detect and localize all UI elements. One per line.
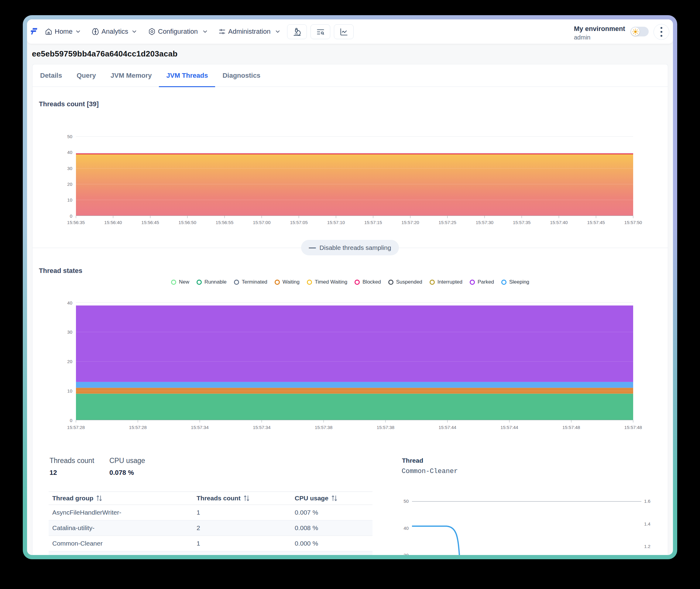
svg-text:15:57:10: 15:57:10 — [327, 220, 345, 225]
svg-text:15:57:48: 15:57:48 — [562, 425, 580, 430]
svg-text:15:56:35: 15:56:35 — [67, 220, 85, 225]
svg-text:0: 0 — [70, 418, 72, 423]
svg-text:15:57:25: 15:57:25 — [438, 220, 456, 225]
svg-text:15:57:28: 15:57:28 — [129, 425, 147, 430]
svg-text:15:56:50: 15:56:50 — [179, 220, 196, 225]
svg-text:15:57:28: 15:57:28 — [67, 425, 85, 430]
svg-text:15:57:50: 15:57:50 — [624, 220, 642, 225]
svg-text:15:57:15: 15:57:15 — [364, 220, 382, 225]
svg-text:15:57:38: 15:57:38 — [377, 425, 394, 430]
svg-text:15:56:40: 15:56:40 — [104, 220, 122, 225]
svg-text:10: 10 — [67, 388, 72, 393]
svg-text:15:57:20: 15:57:20 — [401, 220, 419, 225]
svg-text:15:57:38: 15:57:38 — [315, 425, 332, 430]
svg-text:40: 40 — [67, 150, 72, 155]
svg-text:15:57:05: 15:57:05 — [290, 220, 307, 225]
svg-text:20: 20 — [67, 182, 72, 187]
svg-text:10: 10 — [67, 197, 72, 202]
svg-text:15:57:44: 15:57:44 — [438, 425, 456, 430]
svg-text:40: 40 — [404, 526, 409, 531]
svg-text:15:57:30: 15:57:30 — [476, 220, 494, 225]
svg-text:20: 20 — [67, 359, 72, 364]
svg-text:15:57:40: 15:57:40 — [550, 220, 568, 225]
svg-text:15:57:48: 15:57:48 — [624, 425, 642, 430]
svg-text:15:57:35: 15:57:35 — [513, 220, 531, 225]
svg-text:50: 50 — [67, 134, 72, 139]
svg-text:1.6: 1.6 — [644, 499, 651, 504]
svg-text:40: 40 — [67, 300, 72, 306]
svg-text:15:56:45: 15:56:45 — [141, 220, 159, 225]
svg-text:15:57:34: 15:57:34 — [253, 425, 270, 430]
svg-text:0: 0 — [70, 213, 72, 219]
svg-text:15:56:55: 15:56:55 — [216, 220, 233, 225]
svg-text:15:57:34: 15:57:34 — [191, 425, 208, 430]
svg-text:15:57:44: 15:57:44 — [501, 425, 518, 430]
svg-text:15:57:45: 15:57:45 — [587, 220, 605, 225]
svg-text:30: 30 — [67, 330, 72, 335]
svg-text:30: 30 — [404, 553, 409, 555]
svg-text:30: 30 — [67, 166, 72, 171]
svg-text:1.4: 1.4 — [644, 521, 651, 527]
svg-text:15:57:00: 15:57:00 — [253, 220, 270, 225]
svg-text:1.2: 1.2 — [644, 544, 651, 549]
svg-text:50: 50 — [404, 499, 409, 504]
